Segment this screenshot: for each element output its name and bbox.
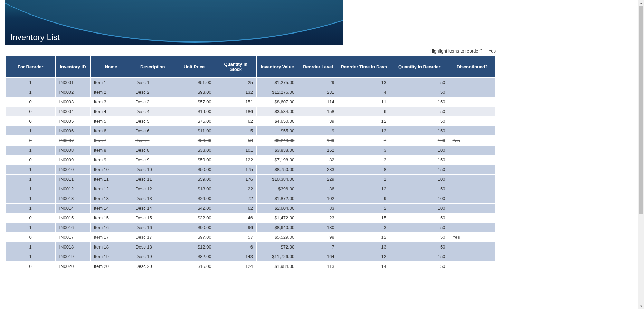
cell-disc[interactable]: Yes [449,233,495,242]
cell-val[interactable]: $396.00 [257,184,298,194]
cell-id[interactable]: IN0013 [56,194,90,204]
cell-rqty[interactable]: 50 [390,184,449,194]
cell-id[interactable]: IN0015 [56,213,90,223]
cell-rqty[interactable]: 150 [390,126,449,136]
cell-name[interactable]: Item 1 [90,78,132,87]
col-reorder-time[interactable]: Reorder Time in Days [338,56,390,78]
table-row[interactable]: 0IN0003Item 3Desc 3$57.00151$8,607.00114… [6,97,496,107]
cell-name[interactable]: Item 12 [90,184,132,194]
col-inventory-value[interactable]: Inventory Value [257,56,298,78]
cell-qty[interactable]: 6 [215,242,256,252]
cell-reorder[interactable]: 1 [6,223,56,233]
cell-disc[interactable] [449,262,495,271]
cell-rqty[interactable]: 50 [390,262,449,271]
cell-rtime[interactable]: 4 [338,87,390,97]
cell-qty[interactable]: 58 [215,136,256,146]
table-row[interactable]: 0IN0017Item 17Desc 17$97.0057$5,529.0098… [6,233,496,242]
cell-val[interactable]: $7,198.00 [257,155,298,165]
table-row[interactable]: 1IN0016Item 16Desc 16$90.0096$8,640.0018… [6,223,496,233]
cell-qty[interactable]: 22 [215,184,256,194]
cell-rtime[interactable]: 13 [338,126,390,136]
cell-disc[interactable] [449,175,495,184]
cell-reorder[interactable]: 0 [6,136,56,146]
cell-price[interactable]: $75.00 [173,116,215,126]
cell-name[interactable]: Item 13 [90,194,132,204]
cell-disc[interactable] [449,78,495,87]
col-for-reorder[interactable]: For Reorder [6,56,56,78]
cell-price[interactable]: $26.00 [173,194,215,204]
cell-price[interactable]: $82.00 [173,252,215,262]
cell-reorder[interactable]: 1 [6,194,56,204]
table-row[interactable]: 1IN0011Item 11Desc 11$59.00176$10,384.00… [6,175,496,184]
cell-qty[interactable]: 5 [215,126,256,136]
cell-rlvl[interactable]: 113 [298,262,338,271]
cell-qty[interactable]: 151 [215,97,256,107]
col-inventory-id[interactable]: Inventory ID [56,56,90,78]
vertical-scrollbar[interactable]: ▲ ▼ [638,0,644,271]
cell-price[interactable]: $16.00 [173,262,215,271]
cell-desc[interactable]: Desc 20 [132,262,173,271]
cell-id[interactable]: IN0003 [56,97,90,107]
cell-rqty[interactable]: 50 [390,87,449,97]
cell-name[interactable]: Item 20 [90,262,132,271]
cell-rtime[interactable]: 7 [338,136,390,146]
cell-id[interactable]: IN0007 [56,136,90,146]
table-row[interactable]: 1IN0012Item 12Desc 12$18.0022$396.003612… [6,184,496,194]
cell-disc[interactable] [449,97,495,107]
table-row[interactable]: 0IN0020Item 20Desc 20$16.00124$1,984.001… [6,262,496,271]
cell-disc[interactable] [449,155,495,165]
table-row[interactable]: 1IN0019Item 19Desc 19$82.00143$11,726.00… [6,252,496,262]
cell-desc[interactable]: Desc 10 [132,165,173,175]
cell-id[interactable]: IN0010 [56,165,90,175]
cell-rlvl[interactable]: 83 [298,204,338,213]
cell-qty[interactable]: 124 [215,262,256,271]
cell-reorder[interactable]: 0 [6,155,56,165]
cell-val[interactable]: $1,472.00 [257,213,298,223]
cell-rqty[interactable]: 50 [390,223,449,233]
cell-desc[interactable]: Desc 13 [132,194,173,204]
cell-rqty[interactable]: 150 [390,155,449,165]
cell-val[interactable]: $72.00 [257,242,298,252]
table-row[interactable]: 1IN0018Item 18Desc 18$12.006$72.0071350 [6,242,496,252]
cell-rlvl[interactable]: 162 [298,146,338,155]
cell-rlvl[interactable]: 7 [298,242,338,252]
cell-desc[interactable]: Desc 17 [132,233,173,242]
cell-price[interactable]: $32.00 [173,213,215,223]
cell-rtime[interactable]: 2 [338,204,390,213]
cell-qty[interactable]: 186 [215,107,256,116]
cell-price[interactable]: $90.00 [173,223,215,233]
cell-rqty[interactable]: 150 [390,252,449,262]
cell-disc[interactable] [449,194,495,204]
cell-id[interactable]: IN0012 [56,184,90,194]
cell-rtime[interactable]: 6 [338,107,390,116]
cell-rtime[interactable]: 9 [338,194,390,204]
cell-rqty[interactable]: 100 [390,194,449,204]
cell-reorder[interactable]: 1 [6,165,56,175]
cell-qty[interactable]: 101 [215,146,256,155]
cell-id[interactable]: IN0018 [56,242,90,252]
cell-desc[interactable]: Desc 4 [132,107,173,116]
cell-rlvl[interactable]: 158 [298,107,338,116]
cell-rlvl[interactable]: 36 [298,184,338,194]
cell-reorder[interactable]: 1 [6,126,56,136]
scroll-up-arrow-icon[interactable]: ▲ [638,0,644,6]
cell-name[interactable]: Item 4 [90,107,132,116]
table-row[interactable]: 1IN0013Item 13Desc 13$26.0072$1,872.0010… [6,194,496,204]
cell-disc[interactable] [449,213,495,223]
cell-reorder[interactable]: 1 [6,252,56,262]
cell-val[interactable]: $12,276.00 [257,87,298,97]
table-row[interactable]: 1IN0006Item 6Desc 6$11.005$55.00913150 [6,126,496,136]
cell-name[interactable]: Item 7 [90,136,132,146]
cell-disc[interactable] [449,87,495,97]
cell-val[interactable]: $3,534.00 [257,107,298,116]
cell-rtime[interactable]: 3 [338,155,390,165]
cell-disc[interactable] [449,184,495,194]
cell-id[interactable]: IN0005 [56,116,90,126]
cell-desc[interactable]: Desc 8 [132,146,173,155]
cell-id[interactable]: IN0020 [56,262,90,271]
cell-reorder[interactable]: 0 [6,107,56,116]
cell-desc[interactable]: Desc 2 [132,87,173,97]
cell-rlvl[interactable]: 98 [298,233,338,242]
cell-name[interactable]: Item 17 [90,233,132,242]
cell-rlvl[interactable]: 114 [298,97,338,107]
